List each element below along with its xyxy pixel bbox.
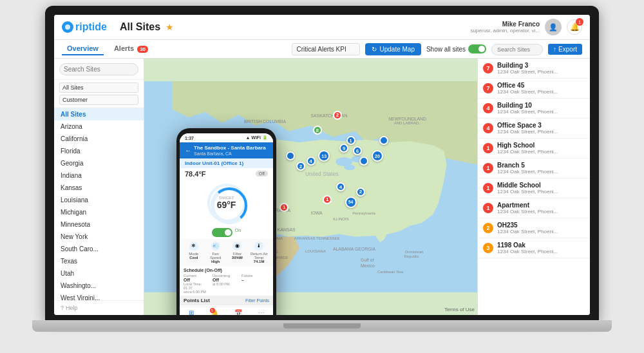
sidebar-item-arizona[interactable]: Arizona — [54, 120, 144, 133]
phone-nav-schedules[interactable]: 📅 Schedules — [227, 309, 250, 315]
sidebar-item-minnesota[interactable]: Minnesota — [54, 218, 144, 231]
customer-filter[interactable]: Customer — [59, 95, 138, 105]
sidebar-item-michigan[interactable]: Michigan — [54, 206, 144, 218]
thermostat-circle: TARGET 69°F — [207, 184, 246, 222]
sidebar-filters: All Sites Customer — [54, 80, 144, 108]
map-marker[interactable]: 13 — [318, 150, 330, 162]
sidebar-item-utah[interactable]: Utah — [54, 267, 144, 280]
site-alert-icon: 1 — [483, 203, 493, 213]
map-marker[interactable]: 1 — [323, 195, 332, 204]
site-item[interactable]: 1Middle School1234 Oak Street, Phoeni... — [478, 178, 590, 198]
sidebar-item-florida[interactable]: Florida — [54, 145, 144, 157]
site-address: 1234 Oak Street, Phoeni... — [497, 229, 585, 234]
mode-item-return-air: 🌡 Return Air Temp 74.1M — [249, 240, 269, 265]
site-info: Building 31234 Oak Street, Phoeni... — [497, 62, 585, 75]
fan-icon: 💨 — [211, 242, 220, 251]
update-map-button[interactable]: ↻ Update Map — [365, 43, 421, 55]
map-marker[interactable]: 1 — [346, 136, 355, 145]
map-marker[interactable]: 20 — [372, 150, 383, 162]
map-marker[interactable] — [359, 157, 368, 166]
map-marker[interactable]: 2 — [296, 162, 305, 171]
show-all-toggle-switch[interactable] — [468, 44, 486, 53]
laptop-shell: riptide All Sites ★ Mike Franco superusr… — [26, 6, 618, 347]
phone-nav-sites[interactable]: ⊞ Sites — [180, 309, 203, 315]
favorite-star-icon[interactable]: ★ — [166, 22, 174, 32]
site-item[interactable]: 7Office 451234 Oak Street, Phoeni... — [478, 79, 590, 99]
sidebar-item-indiana[interactable]: Indiana — [54, 169, 144, 182]
tab-toolbar: Overview Alerts 30 Critical Alerts KPI ↻… — [54, 40, 590, 59]
header-left: riptide All Sites ★ — [62, 21, 174, 33]
show-all-sites-toggle: Show all sites — [426, 44, 486, 53]
sidebar-item-newyork[interactable]: New York — [54, 231, 144, 243]
sidebar-item-kansas[interactable]: Kansas — [54, 182, 144, 194]
sidebar-item-southcarolina[interactable]: South Caro... — [54, 243, 144, 255]
filter-points-button[interactable]: Filter Points — [245, 298, 269, 303]
avatar[interactable]: 👤 — [545, 19, 562, 35]
sidebar-search-input[interactable] — [59, 63, 138, 75]
site-item[interactable]: 1High School1234 Oak Street, Phoeni... — [478, 138, 590, 158]
map-marker[interactable]: 6 — [353, 146, 362, 155]
site-item[interactable]: 1Branch 51234 Oak Street, Phoeni... — [478, 158, 590, 178]
user-info: Mike Franco superusr, admin, operator, v… — [470, 21, 540, 33]
mode-value-mode: Cool — [189, 256, 198, 260]
site-item[interactable]: 1Apartment1234 Oak Street, Phoeni... — [478, 198, 590, 218]
schedule-future-value: – — [242, 278, 269, 282]
map-marker[interactable]: 4 — [307, 157, 316, 166]
sidebar-item-texas[interactable]: Texas — [54, 255, 144, 267]
site-name: Middle School — [497, 182, 585, 189]
tab-alerts[interactable]: Alerts 30 — [109, 43, 153, 55]
toolbar-search-input[interactable] — [491, 44, 543, 55]
map-marker[interactable]: 4 — [336, 182, 345, 191]
site-item[interactable]: 4Office Space 31234 Oak Street, Phoeni..… — [478, 119, 590, 138]
map-marker[interactable]: 2 — [333, 111, 342, 120]
site-item[interactable]: 7Building 31234 Oak Street, Phoeni... — [478, 59, 590, 79]
thermostat-area: TARGET 69°F ▲ ▼ — [180, 181, 273, 225]
mode-item-mode: ❄ Mode Cool — [184, 240, 204, 265]
phone-signal-icons: ▲ WiFi 🔋 — [245, 135, 268, 140]
phone-nav-more[interactable]: ⋯ More — [250, 309, 273, 315]
site-name: Branch 5 — [497, 162, 585, 169]
notification-badge: 1 — [576, 18, 583, 26]
map-marker[interactable]: 2 — [356, 187, 365, 196]
sidebar-item-washington[interactable]: Washingto... — [54, 280, 144, 292]
site-address: 1234 Oak Street, Phoeni... — [497, 209, 585, 215]
mode-item-fan: 💨 Fan Speed High — [205, 240, 226, 265]
target-label: TARGET — [217, 196, 236, 200]
map-marker[interactable]: 54 — [345, 196, 357, 208]
map-marker[interactable]: 9 — [339, 144, 348, 153]
sidebar-item-westvirginia[interactable]: West Virgini... — [54, 292, 144, 300]
phone-nav-alerts[interactable]: 🔔 Alerts 5 — [203, 309, 226, 315]
sidebar-item-louisiana[interactable]: Louisiana — [54, 194, 144, 206]
map-marker[interactable]: 8 — [313, 126, 322, 135]
phone-back-button[interactable]: ← — [185, 147, 191, 154]
map-marker[interactable] — [286, 151, 295, 160]
sidebar-item-georgia[interactable]: Georgia — [54, 157, 144, 169]
sidebar-item-california[interactable]: California — [54, 133, 144, 145]
site-name: OH235 — [497, 222, 585, 229]
kpi-filter-dropdown[interactable]: Critical Alerts KPI — [292, 43, 360, 55]
site-info: Branch 51234 Oak Street, Phoeni... — [497, 162, 585, 175]
map-marker[interactable] — [379, 136, 388, 145]
content-wrapper: BRITISH COLUMBIA SASKATCHEWAN NEWFOUNDLA… — [144, 59, 590, 315]
export-button[interactable]: ↑ Export — [548, 44, 582, 55]
site-info: High School1234 Oak Street, Phoeni... — [497, 142, 585, 155]
site-alert-icon: 4 — [483, 123, 493, 133]
all-sites-filter[interactable]: All Sites — [59, 82, 138, 93]
terms-of-use-link[interactable]: Terms of Use — [444, 307, 475, 312]
header-right: Mike Franco superusr, admin, operator, v… — [470, 19, 582, 35]
phone-bottom-nav: ⊞ Sites 🔔 Alerts 5 📅 S — [180, 307, 273, 315]
sidebar-item-all-sites[interactable]: All Sites — [54, 108, 144, 120]
help-icon: ? — [61, 305, 64, 311]
site-item[interactable]: 2OH2351234 Oak Street, Phoeni... — [478, 218, 590, 238]
schedule-section: Schedule (On-Off) Current Off Local Time… — [180, 266, 273, 296]
phone-time: 1:37 — [185, 136, 194, 140]
site-item[interactable]: 31198 Oak1234 Oak Street, Phoeni... — [478, 238, 590, 258]
map-marker[interactable]: 1 — [279, 203, 289, 212]
site-item[interactable]: 4Building 101234 Oak Street, Phoeni... — [478, 99, 590, 119]
site-address: 1234 Oak Street, Phoeni... — [497, 89, 585, 95]
tab-overview[interactable]: Overview — [62, 43, 104, 55]
notifications-button[interactable]: 🔔 1 — [567, 19, 582, 35]
site-info: Middle School1234 Oak Street, Phoeni... — [497, 182, 585, 195]
site-address: 1234 Oak Street, Phoeni... — [497, 169, 585, 175]
power-toggle[interactable] — [212, 228, 232, 237]
